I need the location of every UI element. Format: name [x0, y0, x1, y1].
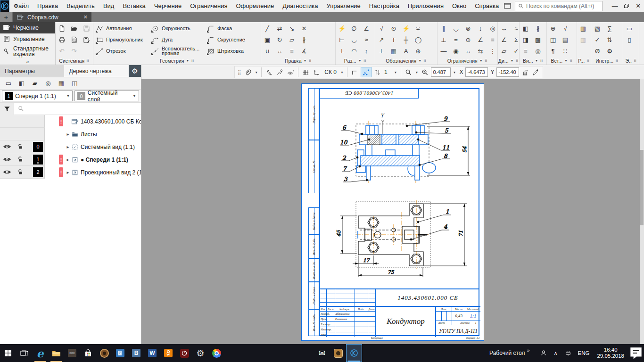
save-as-button[interactable] [80, 34, 92, 45]
menu-управление[interactable]: Управление [322, 0, 365, 12]
taskbar-settings-app-icon[interactable]: ⚙ [192, 344, 208, 362]
group-grip-icon[interactable]: ⠿ [615, 58, 619, 63]
tree-item-main[interactable]: ▸Листы [45, 128, 141, 140]
height-dim-button[interactable]: ↕ [360, 45, 372, 57]
group-grip-icon[interactable]: ⠿ [570, 58, 573, 63]
menu-черчение[interactable]: Черчение [150, 0, 186, 12]
calculator-button[interactable]: ∑ [603, 23, 616, 34]
close-button[interactable]: ✕ [632, 0, 644, 12]
export-button[interactable]: ▭ [623, 23, 636, 34]
projection-view[interactable]: 1 4 45 71 17 [330, 198, 476, 283]
copy-button[interactable]: ▣ [261, 34, 273, 45]
construction-mode-button[interactable] [520, 67, 530, 77]
roughness-button[interactable]: √ [375, 23, 388, 34]
tangent-button[interactable]: ◡ [450, 23, 462, 34]
linear-dim-button[interactable]: ⊢ [336, 34, 348, 45]
insert-picture-button[interactable]: ▦ [56, 78, 67, 89]
eye-icon[interactable] [3, 144, 11, 149]
lock-icon[interactable] [17, 169, 24, 175]
menu-настройка[interactable]: Настройка [365, 0, 404, 12]
taskbar-odnoklassniki-icon[interactable] [160, 344, 176, 362]
taskbar-kompas-icon[interactable] [346, 344, 362, 362]
union-button[interactable]: ∪ [261, 45, 273, 57]
nav-item-standard-parts[interactable]: Стандартные изделия [0, 44, 55, 58]
group-grip-icon[interactable]: ⠿ [423, 58, 427, 63]
expander-icon[interactable]: ▸ [65, 157, 71, 162]
curve-length-button[interactable]: ≈ [510, 23, 519, 34]
drawing-workspace[interactable]: 1403.430601.000 СБ Перв. примен.Справ. №… [141, 79, 644, 344]
preview-button[interactable] [68, 34, 80, 45]
mass-properties-button[interactable]: Σ [510, 34, 519, 45]
tab-parameters[interactable]: Параметры [0, 65, 64, 77]
taskbar-start-icon[interactable] [0, 344, 16, 362]
coordinate-system-button[interactable] [312, 67, 322, 77]
segment-button[interactable]: Отрезок [93, 45, 149, 57]
tools-settings-button[interactable]: ⚙ [603, 45, 616, 57]
document-verify-button[interactable]: ✓ [591, 34, 603, 45]
power-plug-icon[interactable] [562, 344, 574, 362]
local-view-button[interactable]: ◎ [532, 45, 544, 57]
zoom-frame-button[interactable] [404, 67, 413, 77]
move-button[interactable]: ↔ [273, 45, 286, 57]
tree-item-main[interactable]: ▸Системный вид (1:1) [45, 140, 141, 153]
new-tab-button[interactable]: + [0, 12, 13, 22]
panel-settings-button[interactable]: ⚙ [129, 65, 141, 77]
expander-icon[interactable]: ▸ [65, 144, 71, 149]
auxiliary-line-button[interactable]: Вспомогатель... прямая [149, 45, 205, 57]
tree-item[interactable]: ▸Листы [0, 128, 141, 140]
group-label-[interactable]: Обозначения▼⠿ [375, 57, 437, 65]
angle-constraint-button[interactable]: ∠ [474, 34, 487, 45]
eye-icon[interactable] [3, 156, 11, 162]
front-view[interactable]: Y [330, 112, 476, 190]
tree-search-input[interactable] [14, 106, 141, 112]
collinear-button[interactable]: ― [438, 45, 450, 57]
hatch-button[interactable]: Штриховка [205, 45, 260, 57]
eye-icon[interactable] [3, 169, 11, 175]
break-button[interactable]: ∦ [298, 34, 310, 45]
x-coordinate-field[interactable]: -4.6473 [465, 67, 488, 77]
tree-item[interactable]: 0▸Системный вид (1:1) [0, 140, 141, 153]
chamfer-button[interactable]: Фаска [205, 23, 260, 34]
redo-button[interactable]: ↷ [68, 45, 80, 57]
rotate-button[interactable]: ↻ [273, 34, 286, 45]
area-button[interactable]: ▱ [498, 45, 510, 57]
tab-close-icon[interactable]: ✕ [83, 14, 88, 20]
menu-справка[interactable]: Справка [471, 0, 503, 12]
menu-диагностика[interactable]: Диагностика [278, 0, 322, 12]
marker-button[interactable]: ⊕ [412, 45, 424, 57]
y-coordinate-field[interactable]: -152.40 [496, 67, 519, 77]
group-grip-icon[interactable]: ⠿ [191, 58, 194, 63]
command-search-input[interactable] [526, 3, 599, 9]
converter-button[interactable]: ⇅ [603, 34, 616, 45]
group-grip-icon[interactable]: ⠿ [363, 58, 367, 63]
equal-button[interactable]: = [450, 34, 462, 45]
taskbar-tablet-app-icon[interactable] [112, 344, 128, 362]
auto-dim-button[interactable]: ⚡ [336, 23, 348, 34]
print-button[interactable] [56, 34, 68, 45]
action-center-icon[interactable] [628, 344, 644, 362]
taskbar-task-view-icon[interactable] [16, 344, 32, 362]
scrollbar-thumb[interactable] [640, 150, 644, 225]
folder-open-button[interactable] [68, 23, 80, 34]
chain-dim-button[interactable]: ≈ [360, 34, 372, 45]
group-label-[interactable]: Системная⠿ [56, 57, 93, 65]
point-on-curve-button[interactable]: ⊙ [462, 34, 474, 45]
group-label-[interactable]: Э..⠿ [623, 57, 639, 65]
copy-view-button[interactable]: ◫ [69, 78, 80, 89]
perpendicular-button[interactable]: ⊥ [438, 34, 450, 45]
group-label-[interactable]: Ди...▼⠿ [498, 57, 519, 65]
taskbar-power-app-icon[interactable] [176, 344, 192, 362]
group-label-[interactable]: Вст...▼⠿ [547, 57, 577, 65]
layer-switch-button[interactable] [372, 67, 382, 77]
associative-view-button[interactable]: ◎ [42, 78, 54, 89]
tech-requirements-button[interactable]: ¶ [547, 45, 559, 57]
parallel-button[interactable]: ∥ [438, 23, 450, 34]
check-document-button[interactable]: ✓ [510, 45, 519, 57]
table-button[interactable]: ▦ [388, 45, 400, 57]
fillet-button[interactable]: Скругление [205, 34, 260, 45]
group-grip-icon[interactable]: ⠿ [634, 58, 637, 63]
zoom-value-field[interactable]: 0.487 [431, 67, 451, 77]
measure-distance-button[interactable]: ↔ [498, 23, 510, 34]
insert-image-button[interactable]: ▩ [532, 34, 544, 45]
chevron-down-icon[interactable]: ▼ [564, 59, 568, 62]
